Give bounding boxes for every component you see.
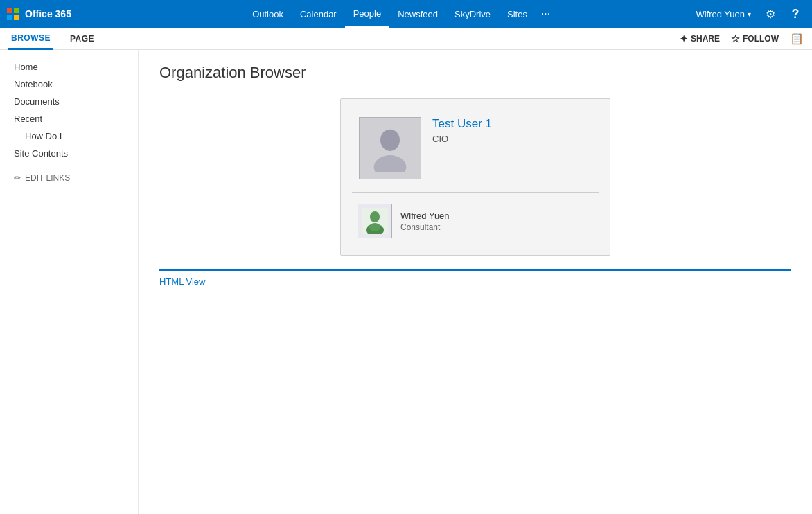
org-browser-container: Test User 1 CIO	[159, 98, 791, 256]
svg-rect-2	[7, 15, 12, 20]
follow-icon: ☆	[731, 33, 740, 44]
user-name-label: Wlfred Yuen	[696, 9, 745, 19]
top-navbar: Office 365 Outlook Calendar People Newsf…	[0, 0, 812, 28]
page-toolbar: BROWSE PAGE ✦ SHARE ☆ FOLLOW 📋	[0, 28, 812, 50]
share-label: SHARE	[691, 34, 720, 44]
svg-rect-3	[14, 15, 19, 20]
page-title: Organization Browser	[159, 64, 791, 82]
svg-rect-1	[14, 8, 19, 13]
edit-links-button[interactable]: ✏ EDIT LINKS	[0, 162, 138, 194]
nav-calendar[interactable]: Calendar	[292, 0, 345, 28]
top-nav-links: Outlook Calendar People Newsfeed SkyDriv…	[109, 0, 690, 28]
html-view-link[interactable]: HTML View	[159, 276, 205, 287]
help-icon[interactable]: ?	[784, 3, 806, 25]
manager-person-row[interactable]: Test User 1 CIO	[352, 110, 599, 186]
page-content: Organization Browser Test User 1 CIO	[139, 50, 812, 514]
toolbar-right-actions: ✦ SHARE ☆ FOLLOW 📋	[680, 32, 804, 45]
sidebar-item-notebook[interactable]: Notebook	[0, 76, 138, 93]
topbar-right-controls: Wlfred Yuen ▾ ⚙ ?	[690, 3, 806, 25]
user-menu[interactable]: Wlfred Yuen ▾	[690, 9, 757, 19]
sidebar-item-how-do-i[interactable]: How Do I	[0, 127, 138, 145]
follow-button[interactable]: ☆ FOLLOW	[731, 33, 779, 44]
follow-label: FOLLOW	[743, 34, 779, 44]
sidebar-item-documents[interactable]: Documents	[0, 93, 138, 110]
org-card: Test User 1 CIO	[340, 98, 610, 256]
share-button[interactable]: ✦ SHARE	[680, 33, 720, 44]
main-layout: Home Notebook Documents Recent How Do I …	[0, 50, 812, 514]
manager-avatar	[359, 117, 421, 179]
settings-icon[interactable]: ⚙	[759, 3, 782, 25]
edit-links-label: EDIT LINKS	[25, 173, 70, 183]
report-name-0: Wlfred Yuen	[400, 211, 593, 221]
svg-point-4	[380, 130, 400, 151]
svg-point-9	[369, 223, 380, 231]
svg-point-7	[370, 211, 380, 222]
tab-page[interactable]: PAGE	[67, 28, 97, 50]
report-avatar-0	[358, 204, 392, 238]
manager-info: Test User 1 CIO	[432, 117, 592, 144]
note-icon[interactable]: 📋	[790, 32, 804, 45]
svg-point-5	[374, 155, 407, 172]
sidebar: Home Notebook Documents Recent How Do I …	[0, 50, 139, 514]
html-view-bar: HTML View	[159, 269, 791, 292]
app-logo[interactable]: Office 365	[6, 6, 82, 21]
svg-rect-0	[7, 8, 12, 13]
org-section-divider	[352, 192, 599, 193]
nav-outlook[interactable]: Outlook	[244, 0, 292, 28]
nav-skydrive[interactable]: SkyDrive	[446, 0, 499, 28]
report-person-row-0[interactable]: Wlfred Yuen Consultant	[352, 198, 599, 244]
nav-more-button[interactable]: ···	[536, 8, 556, 20]
office365-icon	[6, 6, 21, 21]
manager-title: CIO	[432, 134, 592, 144]
pencil-icon: ✏	[14, 173, 21, 183]
share-icon: ✦	[680, 33, 688, 44]
nav-newsfeed[interactable]: Newsfeed	[389, 0, 446, 28]
report-title-0: Consultant	[400, 222, 593, 232]
tab-browse[interactable]: BROWSE	[8, 28, 53, 50]
user-dropdown-icon: ▾	[748, 10, 751, 18]
nav-people[interactable]: People	[345, 0, 389, 28]
manager-name[interactable]: Test User 1	[432, 117, 592, 131]
sidebar-item-home[interactable]: Home	[0, 58, 138, 76]
sidebar-item-site-contents[interactable]: Site Contents	[0, 145, 138, 162]
sidebar-item-recent[interactable]: Recent	[0, 110, 138, 127]
report-info-0: Wlfred Yuen Consultant	[400, 211, 593, 232]
app-name-label: Office 365	[25, 8, 71, 19]
nav-sites[interactable]: Sites	[499, 0, 536, 28]
